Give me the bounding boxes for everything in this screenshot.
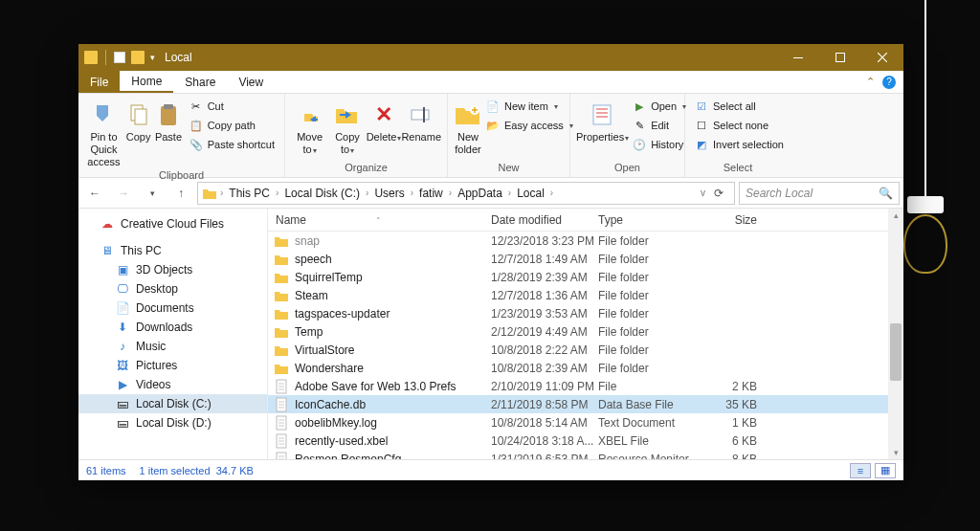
- file-row[interactable]: speech12/7/2018 1:49 AMFile folder: [268, 250, 903, 268]
- file-row[interactable]: Adobe Save for Web 13.0 Prefs2/10/2019 1…: [268, 377, 903, 395]
- new-folder-button[interactable]: New folder: [454, 98, 482, 156]
- crumb-disk-c[interactable]: Local Disk (C:): [281, 187, 363, 200]
- col-date[interactable]: Date modified: [491, 213, 598, 227]
- file-size: 2 KB: [702, 380, 761, 393]
- col-name[interactable]: Name ˄: [268, 213, 491, 227]
- tab-home[interactable]: Home: [120, 71, 173, 93]
- file-row[interactable]: tagspaces-updater1/23/2019 3:53 AMFile f…: [268, 304, 903, 322]
- file-type: File folder: [598, 307, 702, 321]
- address-bar[interactable]: › This PC› Local Disk (C:)› Users› fatiw…: [197, 182, 735, 205]
- open-button[interactable]: ▶Open▾: [629, 98, 690, 115]
- address-dropdown-icon[interactable]: v: [701, 188, 705, 198]
- nav-pictures[interactable]: 🖼Pictures: [78, 356, 267, 375]
- decoration-cord: [924, 0, 926, 201]
- file-type: Data Base File: [598, 398, 702, 411]
- tab-file[interactable]: File: [78, 71, 120, 93]
- file-size: 8 KB: [702, 453, 761, 460]
- nav-videos[interactable]: ▶Videos: [78, 375, 267, 394]
- minimize-button[interactable]: [777, 44, 819, 71]
- select-none-button[interactable]: ☐Select none: [691, 117, 788, 134]
- file-type: File folder: [598, 362, 702, 375]
- maximize-button[interactable]: [819, 44, 861, 71]
- file-row[interactable]: oobelibMkey.log10/8/2018 5:14 AMText Doc…: [268, 413, 903, 431]
- file-row[interactable]: snap12/23/2018 3:23 PMFile folder: [268, 232, 903, 250]
- back-button[interactable]: ←: [82, 182, 107, 205]
- forward-button[interactable]: →: [111, 182, 136, 205]
- search-input[interactable]: Search Local 🔍: [739, 182, 900, 205]
- file-size: 1 KB: [702, 416, 761, 430]
- move-to-button[interactable]: Move to▾: [291, 98, 328, 156]
- crumb-local[interactable]: Local: [514, 187, 547, 200]
- properties-icon[interactable]: [114, 52, 125, 63]
- properties-button[interactable]: Properties▾: [576, 98, 629, 144]
- file-row[interactable]: recently-used.xbel10/24/2018 3:18 A...XB…: [268, 431, 903, 450]
- file-row[interactable]: Temp2/12/2019 4:49 AMFile folder: [268, 322, 903, 341]
- rename-button[interactable]: Rename: [401, 98, 441, 144]
- file-type: File folder: [598, 289, 702, 302]
- crumb-this-pc[interactable]: This PC: [226, 187, 273, 200]
- status-item-count: 61 items: [86, 465, 126, 476]
- svg-rect-5: [164, 104, 173, 109]
- easy-access-button[interactable]: 📂Easy access▾: [482, 117, 577, 134]
- nav-desktop[interactable]: 🖵Desktop: [78, 279, 267, 299]
- cut-button[interactable]: ✂Cut: [186, 98, 278, 115]
- qat-dropdown-icon[interactable]: ▾: [150, 53, 155, 62]
- nav-downloads[interactable]: ⬇Downloads: [78, 318, 267, 337]
- scrollbar-thumb[interactable]: [890, 323, 902, 381]
- refresh-button[interactable]: ⟳: [707, 187, 730, 200]
- folder-icon: [268, 234, 295, 248]
- crumb-appdata[interactable]: AppData: [455, 187, 505, 200]
- delete-button[interactable]: ✕Delete▾: [367, 98, 402, 144]
- file-row[interactable]: Resmon.ResmonCfg1/31/2019 6:53 PMResourc…: [268, 450, 903, 459]
- vertical-scrollbar[interactable]: ▴ ▾: [888, 209, 903, 459]
- nav-disk-c[interactable]: 🖴Local Disk (C:): [78, 394, 267, 413]
- select-all-button[interactable]: ☑Select all: [691, 98, 788, 115]
- details-view-button[interactable]: ≡: [850, 463, 871, 478]
- crumb-fatiw[interactable]: fatiw: [416, 187, 446, 200]
- history-button[interactable]: 🕑History: [629, 136, 690, 153]
- copy-to-button[interactable]: Copy to▾: [328, 98, 366, 156]
- search-icon: 🔍: [879, 187, 893, 200]
- paste-button[interactable]: Paste: [153, 98, 183, 144]
- close-button[interactable]: [861, 44, 903, 71]
- paste-shortcut-button[interactable]: 📎Paste shortcut: [186, 136, 278, 153]
- nav-3d-objects[interactable]: ▣3D Objects: [78, 260, 267, 279]
- pc-icon: 🖥: [100, 244, 115, 257]
- pin-to-quick-access-button[interactable]: Pin to Quick access: [84, 98, 123, 169]
- help-icon[interactable]: ?: [882, 76, 896, 89]
- nav-music[interactable]: ♪Music: [78, 337, 267, 356]
- file-icon: [268, 415, 295, 431]
- file-row[interactable]: IconCache.db2/11/2019 8:58 PMData Base F…: [268, 395, 903, 413]
- col-size[interactable]: Size: [702, 213, 761, 227]
- up-button[interactable]: ↑: [168, 182, 193, 205]
- scroll-up-icon[interactable]: ▴: [888, 209, 903, 222]
- file-row[interactable]: SquirrelTemp1/28/2019 2:39 AMFile folder: [268, 268, 903, 286]
- new-folder-icon[interactable]: [131, 51, 145, 64]
- scroll-down-icon[interactable]: ▾: [888, 448, 903, 457]
- disk-icon: 🖴: [115, 416, 130, 430]
- crumb-users[interactable]: Users: [371, 187, 407, 200]
- recent-locations-button[interactable]: ▾: [140, 182, 165, 205]
- nav-documents[interactable]: 📄Documents: [78, 299, 267, 318]
- file-row[interactable]: Steam12/7/2018 1:36 AMFile folder: [268, 286, 903, 304]
- window-title: Local: [165, 51, 192, 64]
- nav-disk-d[interactable]: 🖴Local Disk (D:): [78, 413, 267, 432]
- file-row[interactable]: Wondershare10/8/2018 2:39 AMFile folder: [268, 359, 903, 377]
- status-selected: 1 item selected 34.7 KB: [140, 465, 254, 476]
- nav-creative-cloud[interactable]: ☁Creative Cloud Files: [78, 214, 267, 233]
- collapse-ribbon-button[interactable]: ⌃: [866, 76, 875, 88]
- edit-button[interactable]: ✎Edit: [629, 117, 690, 134]
- file-row[interactable]: VirtualStore10/8/2018 2:22 AMFile folder: [268, 341, 903, 359]
- tab-share[interactable]: Share: [173, 71, 227, 93]
- new-item-button[interactable]: 📄New item▾: [482, 98, 577, 115]
- copy-button[interactable]: Copy: [123, 98, 153, 144]
- copy-path-button[interactable]: 📋Copy path: [186, 117, 278, 134]
- chevron-right-icon[interactable]: ›: [219, 188, 224, 198]
- body-area: ☁Creative Cloud Files 🖥This PC ▣3D Objec…: [78, 209, 903, 459]
- icons-view-button[interactable]: ▦: [875, 463, 896, 478]
- invert-selection-button[interactable]: ◩Invert selection: [691, 136, 788, 153]
- file-icon: [268, 452, 295, 460]
- col-type[interactable]: Type: [598, 213, 702, 227]
- tab-view[interactable]: View: [227, 71, 275, 93]
- nav-this-pc[interactable]: 🖥This PC: [78, 241, 267, 260]
